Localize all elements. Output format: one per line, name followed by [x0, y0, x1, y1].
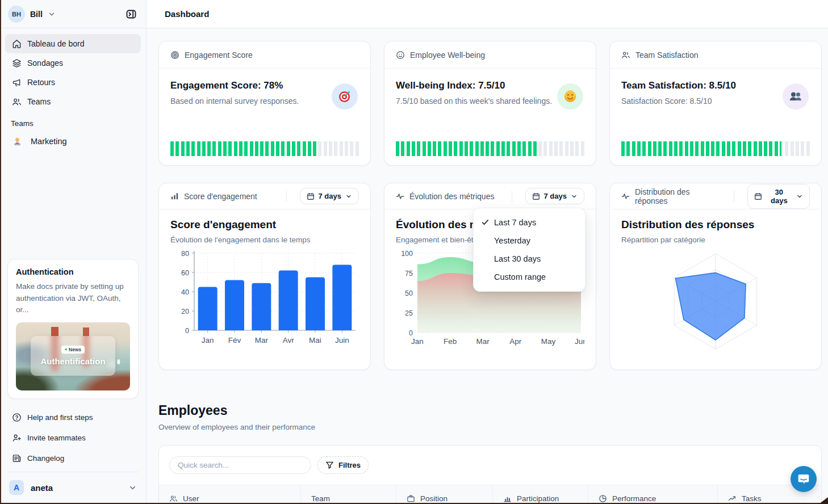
filters-button[interactable]: Filtres: [317, 456, 369, 474]
search-input[interactable]: [169, 456, 311, 474]
workspace-switcher[interactable]: A aneta: [0, 476, 146, 504]
menu-item-label: Last 7 days: [494, 218, 536, 227]
column-header-participation[interactable]: Participation: [493, 485, 588, 504]
menu-item-last-7-days[interactable]: Last 7 days: [474, 213, 585, 232]
menu-item-yesterday[interactable]: Yesterday: [474, 232, 585, 250]
card-header: Engagement Score: [159, 41, 370, 69]
sidebar-item-retours[interactable]: Retours: [5, 73, 141, 92]
svg-text:Jan: Jan: [411, 337, 424, 346]
chart-subtitle: Répartition par catégorie: [621, 236, 810, 244]
chart-title: Distribution des réponses: [621, 219, 810, 231]
dartboard-emoji-badge: [332, 83, 358, 110]
sidebar-item-label: Tableau de bord: [27, 39, 84, 48]
column-label: User: [183, 494, 199, 503]
chart-subtitle: Évolution de l'engagement dans le temps: [170, 236, 359, 244]
sidebar-item-teams[interactable]: Teams: [5, 92, 141, 111]
sidebar-item-sondages[interactable]: Sondages: [5, 53, 141, 73]
range-label: 30 days: [766, 188, 792, 205]
megaphone-icon: [12, 78, 22, 87]
sidebar-item-marketing[interactable]: Marketing: [5, 131, 141, 152]
card-header-label: Évolution des métriques: [409, 192, 494, 201]
range-select-button[interactable]: 30 days: [747, 184, 810, 209]
svg-text:100: 100: [401, 250, 413, 258]
svg-text:40: 40: [181, 288, 189, 296]
chevron-down-icon: [345, 193, 352, 200]
chat-launcher-button[interactable]: [791, 466, 817, 492]
busts-emoji-badge: [783, 83, 809, 110]
svg-text:60: 60: [181, 269, 189, 277]
chevron-down-icon: [796, 193, 803, 200]
card-header-label: Distribution des réponses: [635, 187, 724, 205]
team-satisfaction-card: Team Satisfaction Team Satisfaction: 8.5…: [609, 41, 822, 166]
table-header-row: User Team Position: [159, 485, 821, 504]
sidebar-footer-nav: Help and first steps Invite teammates Ch…: [0, 405, 146, 468]
svg-text:Jun: Jun: [575, 337, 584, 346]
column-label: Tasks: [742, 494, 762, 503]
promo-description: Make docs private by setting up authenti…: [16, 281, 130, 316]
authentication-promo-card[interactable]: Authentication Make docs private by sett…: [7, 259, 139, 399]
employees-subtitle: Overview of employees and their performa…: [158, 423, 822, 431]
svg-text:Mar: Mar: [255, 336, 269, 345]
card-header-label: Team Satisfaction: [635, 51, 699, 60]
column-header-position[interactable]: Position: [396, 485, 493, 504]
progress-fill: [396, 141, 537, 156]
radar-polygon: [675, 273, 746, 340]
range-label: 7 days: [319, 192, 341, 200]
bar-chart-icon: [170, 192, 179, 200]
card-body: Score d'engagement Évolution de l'engage…: [159, 209, 370, 369]
svg-text:80: 80: [181, 250, 189, 258]
svg-text:25: 25: [405, 309, 413, 317]
sidebar-item-invite[interactable]: Invite teammates: [5, 427, 141, 448]
spacer: [0, 152, 146, 259]
bar: [306, 278, 325, 331]
svg-text:0: 0: [185, 327, 189, 335]
svg-text:Fév: Fév: [228, 336, 241, 345]
svg-text:Feb: Feb: [444, 337, 457, 346]
card-body: Engagement Score: 78% Based on internal …: [159, 69, 370, 165]
svg-text:Mai: Mai: [309, 336, 321, 345]
team-label: Marketing: [31, 137, 67, 146]
range-select-button[interactable]: 7 days: [300, 188, 359, 204]
calendar-icon: [754, 192, 762, 200]
card-body: Well-being Index: 7.5/10 7.5/10 based on…: [384, 69, 596, 165]
help-circle-icon: [12, 413, 22, 422]
bar-chart-icon: [503, 494, 512, 503]
pie-chart-icon: [599, 494, 607, 503]
collapse-sidebar-button[interactable]: [123, 6, 139, 22]
sidebar-item-help[interactable]: Help and first steps: [5, 407, 141, 427]
column-header-team[interactable]: Team: [301, 485, 396, 504]
card-header: Employee Well-being: [384, 41, 596, 69]
stat-subtitle: Based on internal survey responses.: [170, 96, 359, 106]
page-title: Dashboard: [165, 9, 209, 19]
svg-text:50: 50: [405, 289, 413, 297]
column-label: Participation: [517, 494, 559, 503]
stat-title: Well-being Index: 7.5/10: [396, 80, 584, 91]
briefcase-icon: [407, 494, 415, 503]
calendar-icon: [307, 192, 315, 200]
stat-subtitle: Satisfaction Score: 8.5/10: [621, 96, 810, 106]
user-menu[interactable]: Bill: [30, 10, 43, 19]
chevron-down-icon: [571, 193, 578, 200]
sidebar-item-changelog[interactable]: Changelog: [5, 448, 141, 468]
user-plus-icon: [12, 433, 22, 443]
card-header: Score d'engagement 7 days: [159, 183, 370, 209]
chevron-down-icon[interactable]: [48, 10, 56, 18]
column-header-user[interactable]: User: [159, 485, 301, 504]
card-header-label: Engagement Score: [185, 51, 253, 60]
range-dropdown-menu: Last 7 days Yesterday Last 30 days Custo…: [473, 208, 586, 292]
promo-image[interactable]: + News Authentification: [16, 322, 130, 390]
menu-item-last-30-days[interactable]: Last 30 days: [474, 250, 585, 268]
column-header-performance[interactable]: Performance: [588, 485, 718, 504]
bar: [332, 264, 352, 330]
menu-item-label: Last 30 days: [494, 254, 541, 263]
panel-collapse-icon: [126, 9, 137, 20]
users-icon: [169, 494, 178, 503]
card-header: Team Satisfaction: [610, 41, 821, 69]
sidebar-item-tableau-de-bord[interactable]: Tableau de bord: [5, 34, 141, 53]
range-select-button[interactable]: 7 days: [525, 188, 584, 204]
check-icon: [481, 218, 490, 228]
technologist-emoji-icon: [12, 136, 23, 147]
menu-item-custom-range[interactable]: Custom range: [474, 268, 585, 286]
sidebar: BH Bill Tableau de bord: [0, 0, 147, 504]
divider: [7, 472, 139, 472]
